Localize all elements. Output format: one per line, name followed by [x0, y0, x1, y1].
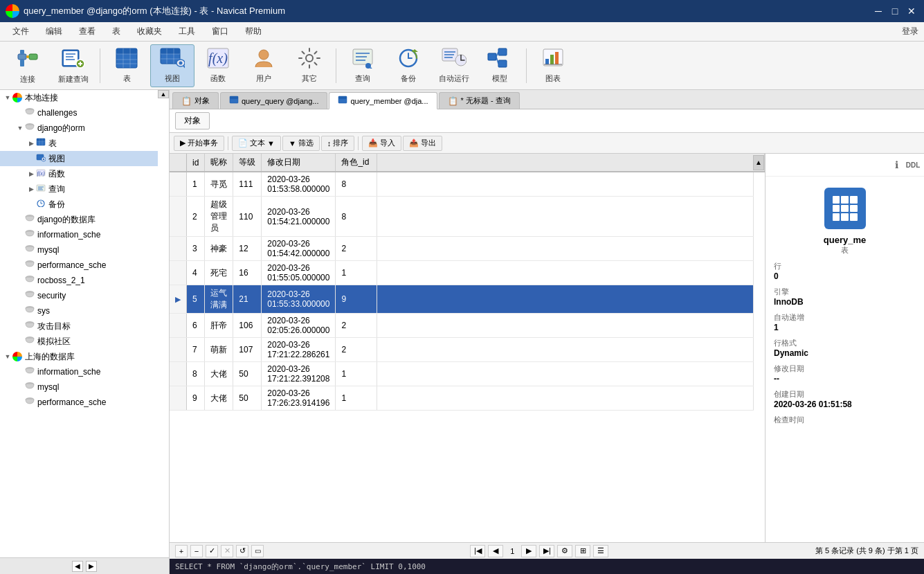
table-row[interactable]: 4死宅162020-03-26 01:55:05.0000001 — [170, 261, 765, 285]
nav-first-btn[interactable]: |◀ — [470, 545, 485, 557]
table-row[interactable]: ▶5运气满满212020-03-26 01:55:33.0000009 — [170, 285, 765, 314]
col-id[interactable]: id — [187, 154, 205, 172]
menu-table[interactable]: 表 — [105, 23, 127, 40]
sidebar-item-shanghai-conn[interactable]: ▼ 上海的数据库 — [0, 349, 158, 364]
login-button[interactable]: 登录 — [902, 26, 918, 37]
sidebar-item-sh-mysql[interactable]: mysql — [0, 379, 158, 395]
sidebar-item-simulated[interactable]: 模拟社区 — [0, 334, 158, 349]
model-icon — [487, 48, 512, 72]
menu-tools[interactable]: 工具 — [172, 23, 202, 40]
remove-row-btn[interactable]: − — [190, 545, 203, 557]
sidebar-item-views[interactable]: 视图 — [0, 151, 158, 166]
toolbar-sep-2 — [336, 48, 336, 83]
grid-view-btn[interactable]: ⊞ — [575, 545, 590, 557]
toolbar-backup[interactable]: 备份 — [386, 44, 431, 87]
sidebar: ▲ ▼ 本地连接 challenges ▼ — [0, 90, 170, 574]
info-icon-btn[interactable]: ℹ — [888, 156, 905, 173]
import-button[interactable]: 📥 导入 — [362, 136, 401, 151]
refresh-btn[interactable]: ↺ — [236, 545, 248, 557]
table-row[interactable]: 7萌新1072020-03-26 17:21:22.2862612 — [170, 338, 765, 362]
close-button[interactable]: ✕ — [905, 4, 918, 18]
col-modify-date[interactable]: 修改日期 — [262, 154, 336, 172]
sort-button[interactable]: ↕ 排序 — [321, 136, 355, 151]
menu-favorites[interactable]: 收藏夹 — [130, 23, 169, 40]
toolbar-function[interactable]: f(x) 函数 — [196, 44, 240, 87]
toolbar-user[interactable]: 用户 — [242, 44, 286, 87]
toolbar-table[interactable]: 表 — [105, 44, 149, 87]
col-role-id[interactable]: 角色_id — [336, 154, 377, 172]
object-tab-objects[interactable]: 对象 — [175, 112, 210, 129]
sidebar-item-attack-target[interactable]: 攻击目标 — [0, 319, 158, 334]
sidebar-scroll-left[interactable]: ◀ — [72, 561, 83, 572]
sidebar-item-perf-schema[interactable]: performance_sche — [0, 258, 158, 273]
menu-view[interactable]: 查看 — [72, 23, 102, 40]
toolbar-auto-run[interactable]: 自动运行 — [432, 44, 476, 87]
table-row[interactable]: 9大佬502020-03-26 17:26:23.9141961 — [170, 386, 765, 411]
ddl-icon-btn[interactable]: DDL — [905, 156, 921, 173]
list-view-btn[interactable]: ☰ — [593, 545, 608, 557]
sidebar-item-sh-info[interactable]: information_sche — [0, 364, 158, 379]
cell-id: 9 — [187, 386, 205, 411]
maximize-button[interactable]: □ — [888, 4, 902, 18]
sidebar-scroll-up[interactable]: ▲ — [158, 90, 169, 98]
settings-btn[interactable]: ⚙ — [557, 545, 572, 557]
minimize-button[interactable]: ─ — [871, 4, 885, 18]
sidebar-item-info-schema[interactable]: information_sche — [0, 227, 158, 242]
toolbar-chart[interactable]: 图表 — [531, 44, 575, 87]
check-btn[interactable]: ✓ — [206, 545, 218, 557]
sidebar-item-functions[interactable]: ▶ f(x) 函数 — [0, 166, 158, 181]
svg-rect-7 — [64, 51, 78, 65]
nav-prev-btn[interactable]: ◀ — [488, 545, 503, 557]
sidebar-item-mysql[interactable]: mysql — [0, 242, 158, 258]
filter-button[interactable]: ▼ 筛选 — [282, 136, 320, 151]
sidebar-item-django-orm[interactable]: ▼ django的orm — [0, 120, 158, 136]
sidebar-item-tables[interactable]: ▶ 表 — [0, 136, 158, 151]
table-row[interactable]: 2超级管理员1102020-03-26 01:54:21.0000008 — [170, 197, 765, 237]
text-button[interactable]: 📄 文本 ▼ — [232, 136, 281, 151]
window-controls[interactable]: ─ □ ✕ — [871, 4, 918, 18]
sidebar-item-django-db[interactable]: django的数据库 — [0, 212, 158, 227]
sidebar-item-sh-perf[interactable]: performance_sche — [0, 395, 158, 410]
tab-query-member[interactable]: query_member @dja... — [329, 92, 437, 109]
toolbar-model[interactable]: 模型 — [478, 44, 522, 87]
sidebar-item-rocboss[interactable]: rocboss_2_1 — [0, 273, 158, 288]
toolbar-connect[interactable]: 连接 — [6, 44, 50, 87]
toolbar-query[interactable]: 查询 — [341, 44, 385, 87]
svg-rect-55 — [550, 55, 554, 64]
sidebar-item-backup[interactable]: 备份 — [0, 197, 158, 212]
add-row-btn[interactable]: + — [175, 545, 188, 557]
nav-next-btn[interactable]: ▶ — [521, 545, 536, 557]
menu-edit[interactable]: 编辑 — [39, 23, 69, 40]
menu-file[interactable]: 文件 — [6, 23, 36, 40]
toolbar-new-query[interactable]: 新建查询 — [51, 44, 96, 87]
export-button[interactable]: 📤 导出 — [403, 136, 442, 151]
col-level[interactable]: 等级 — [233, 154, 262, 172]
toolbar-other[interactable]: 其它 — [287, 44, 332, 87]
cross-btn[interactable]: ✕ — [221, 545, 233, 557]
tab-untitled-query[interactable]: 📋 * 无标题 - 查询 — [439, 92, 520, 109]
toolbar-view[interactable]: 视图 — [150, 44, 194, 87]
begin-transaction-button[interactable]: ▶ 开始事务 — [174, 136, 224, 151]
table-scroll-up[interactable]: ▲ — [753, 155, 764, 170]
table-row[interactable]: 3神豪122020-03-26 01:54:42.0000002 — [170, 237, 765, 261]
menu-help[interactable]: 帮助 — [238, 23, 269, 40]
sidebar-item-challenges[interactable]: challenges — [0, 105, 158, 120]
modify-date-label: 修改日期 — [774, 364, 916, 374]
sidebar-item-security[interactable]: security — [0, 288, 158, 303]
sidebar-scroll-right[interactable]: ▶ — [86, 561, 97, 572]
sidebar-item-local-conn[interactable]: ▼ 本地连接 — [0, 90, 158, 105]
cell-role-id: 2 — [336, 314, 377, 338]
table-row[interactable]: 6肝帝1062020-03-26 02:05:26.0000002 — [170, 314, 765, 338]
rows-label: 行 — [774, 261, 916, 271]
filter-status-btn[interactable]: ▭ — [251, 545, 264, 557]
sidebar-item-queries[interactable]: ▶ 查询 — [0, 181, 158, 197]
table-row[interactable]: 1寻觅1112020-03-26 01:53:58.0000008 — [170, 172, 765, 197]
tab-query-query[interactable]: query_query @djang... — [220, 92, 327, 109]
nav-last-btn[interactable]: ▶| — [539, 545, 554, 557]
table-row[interactable]: 8大佬502020-03-26 17:21:22.3912081 — [170, 362, 765, 386]
untitled-query-icon: 📋 — [448, 96, 458, 106]
tab-object[interactable]: 📋 对象 — [172, 92, 219, 109]
sidebar-item-sys[interactable]: sys — [0, 303, 158, 319]
col-nickname[interactable]: 昵称 — [205, 154, 233, 172]
menu-window[interactable]: 窗口 — [205, 23, 235, 40]
